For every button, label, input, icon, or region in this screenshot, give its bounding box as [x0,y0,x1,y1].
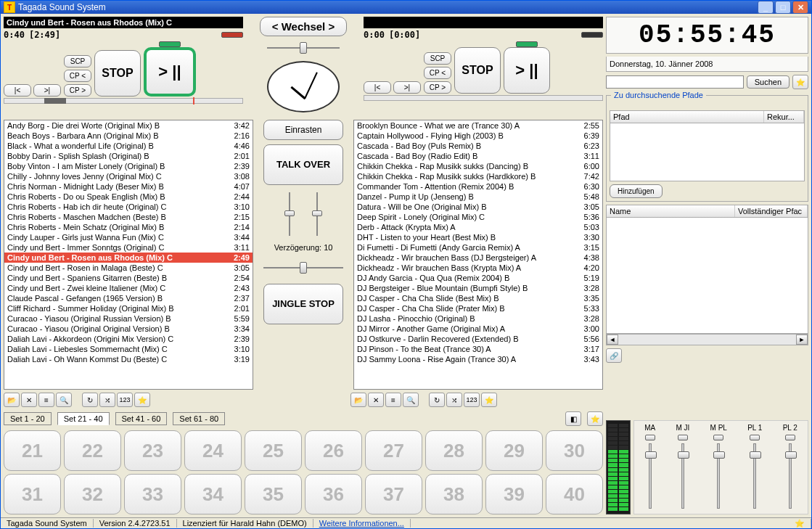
jingle-button[interactable]: 27 [365,430,422,471]
playlist-row[interactable]: DJ Casper - Cha Cha Slide (Prater Mix) B… [354,303,602,313]
jingle-button[interactable]: 32 [64,474,121,514]
set-tab[interactable]: Set 61 - 80 [173,412,225,425]
close-button[interactable]: ✕ [792,1,808,14]
playlist-row[interactable]: Chikkin Chekka - Rap Musikk sukks (Danci… [354,161,602,171]
playlist-row[interactable]: Derb - Attack (Krypta Mix) A5:03 [354,222,602,232]
playlist-row[interactable]: Chilly - Johnny loves Jenny (Original Mi… [4,171,253,181]
results-scroll[interactable]: ◄► [606,334,808,345]
jingle-button[interactable]: 35 [245,474,302,514]
playlist-row[interactable]: DJ Sammy Loona - Rise Again (Trance 30) … [354,354,602,364]
playlist-row[interactable]: Chris Roberts - Mein Schatz (Original Mi… [4,222,253,232]
playlist-row[interactable]: Chris Roberts - Hab ich dir heute (Origi… [4,202,253,212]
set-tool-icon[interactable]: ⭐ [587,411,603,426]
playlist-row[interactable]: Deep Spirit - Lonely (Original Mix) C5:3… [354,212,602,222]
delete-icon[interactable]: ✕ [21,393,37,407]
playlist-row[interactable]: Cindy und Bert - Rosen aus Rhodos (Mix) … [4,253,253,263]
net-icon[interactable]: 🔗 [606,348,622,363]
playlist-row[interactable]: DJ Ostkurve - Darlin Recovered (Extended… [354,334,602,344]
list-icon[interactable]: ≡ [38,393,54,407]
playlist-row[interactable]: DJ Mirror - Another Game (Original Mix) … [354,324,602,334]
mixer-fader[interactable] [717,443,720,509]
status-tray-icon[interactable]: ⭐ [789,519,811,528]
mixer-knob[interactable] [713,435,723,440]
jingle-button[interactable]: 26 [305,430,362,471]
deck-a-next[interactable]: >| [33,84,61,97]
deck-b-play[interactable]: > || [504,47,550,94]
talkover-button[interactable]: TALK OVER [263,144,343,185]
deck-a-cp-right[interactable]: CP > [64,84,91,97]
jingle-button[interactable]: 22 [64,430,121,471]
set-tab[interactable]: Set 41 - 60 [115,412,168,425]
playlist-row[interactable]: Curacao - Yiasou (Original Russian Versi… [4,313,253,324]
jingle-button[interactable]: 34 [184,474,242,514]
paths-col-rekur[interactable]: Rekur... [764,111,804,123]
deck-a-prev[interactable]: |< [4,84,31,97]
playlist-row[interactable]: Boby Vinton - I am Mister Lonely (Origin… [4,161,253,171]
paths-list[interactable] [610,123,805,181]
jingle-button[interactable]: 28 [425,430,483,471]
mixer-fader[interactable] [649,443,652,509]
deck-b-next[interactable]: >| [393,81,421,94]
search-input[interactable] [606,75,744,89]
playlist-row[interactable]: Black - What a wonderful Life (Original)… [4,141,253,151]
playlist-row[interactable]: DJ Pinson - To the Beat (Trance 30) A3:1… [354,344,602,354]
playlist-row[interactable]: Chikkin Chekka - Rap Musikk sukks (Hardk… [354,171,602,181]
mid-slider-2[interactable] [311,192,324,236]
jingle-button[interactable]: 33 [124,474,181,514]
mixer-knob[interactable] [785,435,795,440]
mid-slider-1[interactable] [283,192,296,236]
jingle-button[interactable]: 30 [546,430,603,471]
playlist-row[interactable]: Chris Norman - Midnight Lady (Beser Mix)… [4,181,253,192]
status-link[interactable]: Weitere Informationen... [319,519,404,528]
jingle-button[interactable]: 23 [124,430,181,471]
deck-b-cp-left[interactable]: CP < [424,67,451,79]
jingle-button[interactable]: 38 [425,474,483,514]
playlist-row[interactable]: Curacao - Yiasou (Original Original Vers… [4,324,253,334]
maximize-button[interactable]: □ [775,1,791,14]
playlist-b[interactable]: Brooklyn Bounce - What we are (Trance 30… [353,120,603,390]
mixer-fader[interactable] [681,443,684,509]
jingle-button[interactable]: 24 [184,430,242,471]
jingle-button[interactable]: 29 [485,430,543,471]
loop-icon[interactable]: ↻ [82,393,98,407]
playlist-row[interactable]: Cindy Lauper - Girls just Wanna Fun (Mix… [4,232,253,242]
jingle-button[interactable]: 40 [546,474,603,514]
deck-b-cp-right[interactable]: CP > [424,81,451,94]
playlist-row[interactable]: Cindy und Bert - Immer Sonntgs (Original… [4,242,253,253]
list-icon-b[interactable]: ≡ [385,393,401,407]
deck-b-scp[interactable]: SCP [424,52,451,65]
delay-slider[interactable] [263,261,343,275]
playlist-row[interactable]: Cindy und Bert - Spaniens Gitarren (Best… [4,273,253,283]
playlist-row[interactable]: Cindy und Bert - Rosen in Malaga (Beste)… [4,263,253,273]
star-icon-b[interactable]: ⭐ [481,393,497,407]
shuffle-icon-b[interactable]: ⤭ [446,393,462,407]
open-icon-b[interactable]: 📂 [350,393,366,407]
crossfader[interactable] [267,41,340,51]
results-col-name[interactable]: Name [607,205,735,217]
playlist-row[interactable]: Cliff Richard - Summer Holiday (Original… [4,303,253,313]
playlist-row[interactable]: Datura - Will be One (Original Mix) B3:0… [354,202,602,212]
playlist-row[interactable]: Dickheadz - Wir brauchen Bass (DJ Bergst… [354,253,602,263]
deck-a-scp[interactable]: SCP [64,55,91,67]
playlist-row[interactable]: Chris Roberts - Maschen Madchen (Beste) … [4,212,253,222]
jingle-button[interactable]: 25 [245,430,302,471]
open-icon[interactable]: 📂 [4,393,20,407]
set-tab[interactable]: Set 1 - 20 [4,412,52,425]
jingle-button[interactable]: 37 [365,474,422,514]
playlist-row[interactable]: Bobby Darin - Splish Splash (Original) B… [4,151,253,161]
playlist-row[interactable]: Commander Tom - Attention (Remix 2004) B… [354,181,602,192]
add-path-button[interactable]: Hinzufügen [610,184,663,198]
deck-b-progress[interactable] [364,95,603,101]
mixer-knob[interactable] [750,435,760,440]
deck-a-cp-left[interactable]: CP < [64,70,91,82]
playlist-row[interactable]: Di Fumetti - Di Fumetti (Andy Garcia Rem… [354,242,602,253]
paths-col-pfad[interactable]: Pfad [610,111,764,123]
playlist-row[interactable]: Andy Borg - Die drei Worte (Original Mix… [4,120,253,131]
playlist-row[interactable]: Danzel - Pump it Up (Jenseng) B5:48 [354,192,602,202]
einrasten-button[interactable]: Einrasten [263,120,343,140]
wechsel-button[interactable]: < Wechsel > [260,17,347,36]
shuffle-icon[interactable]: ⤭ [99,393,115,407]
playlist-row[interactable]: Cascada - Bad Boy (Radio Edit) B3:11 [354,151,602,161]
jingle-stop-button[interactable]: JINGLE STOP [263,284,343,324]
playlist-row[interactable]: DHT - Listen to your Heart (Best Mix) B3… [354,232,602,242]
